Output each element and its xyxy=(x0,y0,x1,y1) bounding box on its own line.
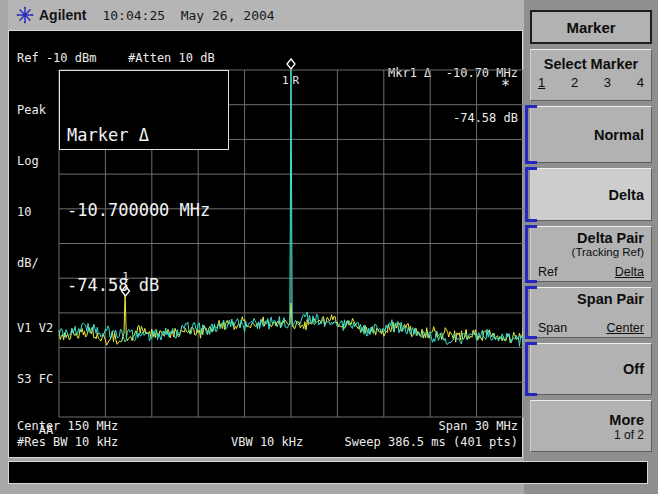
softkey-more[interactable]: More 1 of 2 xyxy=(530,400,652,452)
softkey-delta-pair[interactable]: Delta Pair (Tracking Ref) Ref Delta xyxy=(530,226,652,282)
marker-option-2: 2 xyxy=(571,75,578,90)
softkey-bracket-icon xyxy=(525,225,537,283)
brand-label: Agilent xyxy=(39,7,86,23)
marker-option-4: 4 xyxy=(637,75,644,90)
marker-box-frequency: -10.700000 MHz xyxy=(67,198,228,223)
instrument-front-panel: { "header": { "logo_icon": "starburst-ic… xyxy=(0,0,658,494)
softkey-delta-pair-label: Delta Pair xyxy=(577,230,644,246)
delta-pair-ref-option: Ref xyxy=(538,265,557,279)
center-freq-label: Center 150 MHz xyxy=(17,419,118,433)
menu-title-marker: Marker xyxy=(530,10,652,44)
softkey-normal-label: Normal xyxy=(594,127,644,143)
vbw-label: VBW 10 kHz xyxy=(231,435,303,449)
message-bar xyxy=(8,461,648,484)
uncal-indicator: * xyxy=(501,77,510,95)
select-marker-label: Select Marker xyxy=(531,56,651,72)
softkey-off-label: Off xyxy=(623,361,644,377)
delta-pair-delta-option: Delta xyxy=(615,265,644,279)
svg-text:1R: 1R xyxy=(282,74,303,87)
softkey-more-page: 1 of 2 xyxy=(614,428,644,442)
scale-type-label: Log xyxy=(17,153,46,170)
status-line: S3 FC xyxy=(17,371,53,388)
softkey-bracket-icon xyxy=(525,167,537,222)
softkey-menu: Marker Select Marker 1 2 3 4 Normal Delt… xyxy=(524,0,658,494)
rbw-label: #Res BW 10 kHz xyxy=(17,435,118,449)
atten-label: #Atten 10 dB xyxy=(128,51,215,65)
softkey-span-pair[interactable]: Span Pair Span Center xyxy=(530,287,652,338)
delta-pair-options: Ref Delta xyxy=(538,265,644,279)
sweep-label: Sweep 386.5 ms (401 pts) xyxy=(345,435,518,449)
softkey-delta-label: Delta xyxy=(609,187,644,203)
softkey-delta-pair-sublabel: (Tracking Ref) xyxy=(572,246,644,258)
ref-level-label: Ref -10 dBm xyxy=(17,51,96,65)
span-pair-center-option: Center xyxy=(606,321,644,335)
marker-option-3: 3 xyxy=(604,75,611,90)
marker-box-amplitude: -74.58 dB xyxy=(67,273,228,298)
softkey-select-marker[interactable]: Select Marker 1 2 3 4 xyxy=(530,49,652,101)
scale-value-label: 10 xyxy=(17,204,46,221)
spectrum-display: Ref -10 dBm #Atten 10 dB Mkr1 Δ -10.70 M… xyxy=(8,30,523,458)
span-label: Span 30 MHz xyxy=(439,419,518,433)
softkey-normal[interactable]: Normal xyxy=(530,106,652,163)
status-line: V1 V2 xyxy=(17,320,53,337)
amplitude-scale-labels: Peak Log 10 dB/ xyxy=(17,68,46,306)
scale-unit-label: dB/ xyxy=(17,255,46,272)
header-bar: Agilent 10:04:25 May 26, 2004 xyxy=(8,0,524,30)
marker-box-title: Marker Δ xyxy=(67,123,228,148)
softkey-bracket-icon xyxy=(525,342,537,396)
softkey-span-pair-label: Span Pair xyxy=(577,291,644,307)
span-pair-options: Span Center xyxy=(538,321,644,335)
softkey-off[interactable]: Off xyxy=(530,343,652,395)
select-marker-options: 1 2 3 4 xyxy=(531,72,651,90)
softkey-delta[interactable]: Delta xyxy=(530,168,652,221)
softkey-more-label: More xyxy=(609,412,644,428)
menu-title-label: Marker xyxy=(566,19,615,36)
datetime-label: 10:04:25 May 26, 2004 xyxy=(102,8,274,23)
span-pair-span-option: Span xyxy=(538,321,567,335)
marker-info-box: Marker Δ -10.700000 MHz -74.58 dB xyxy=(59,70,229,150)
softkey-bracket-icon xyxy=(525,286,537,339)
agilent-logo-icon xyxy=(16,6,34,24)
softkey-bracket-icon xyxy=(525,105,537,164)
marker-option-1: 1 xyxy=(538,75,545,90)
detector-label: Peak xyxy=(17,102,46,119)
